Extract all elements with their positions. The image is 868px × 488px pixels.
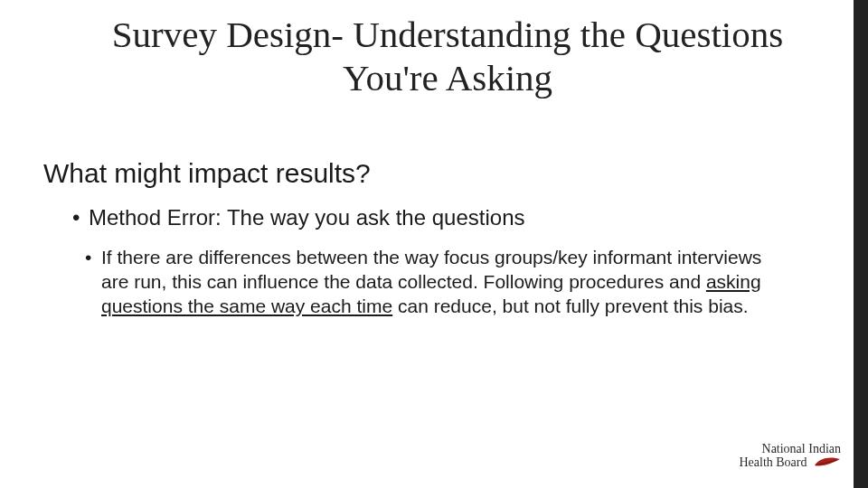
accent-bar xyxy=(854,0,868,488)
footer-logo: National Indian Health Board xyxy=(739,443,841,472)
bullet-level-1-text: Method Error: The way you ask the questi… xyxy=(89,205,524,230)
bullet-level-1: •Method Error: The way you ask the quest… xyxy=(72,205,814,230)
bullet-level-2-text: If there are differences between the way… xyxy=(101,246,787,319)
footer-logo-line1: National Indian xyxy=(739,443,841,456)
bullet-marker: • xyxy=(72,205,89,230)
footer-logo-line2: Health Board xyxy=(739,455,841,472)
bullet-text-part2: can reduce, but not fully prevent this b… xyxy=(392,296,748,316)
bullet-text-part1: If there are differences between the way… xyxy=(101,247,761,292)
bullet-level-2: • If there are differences between the w… xyxy=(101,246,787,319)
slide: Survey Design- Understanding the Questio… xyxy=(0,0,868,488)
bullet-marker: • xyxy=(85,246,101,270)
slide-subheading: What might impact results? xyxy=(43,158,371,189)
slide-title: Survey Design- Understanding the Questio… xyxy=(63,13,832,100)
feather-icon xyxy=(814,455,841,472)
footer-logo-line2-text: Health Board xyxy=(739,455,807,469)
